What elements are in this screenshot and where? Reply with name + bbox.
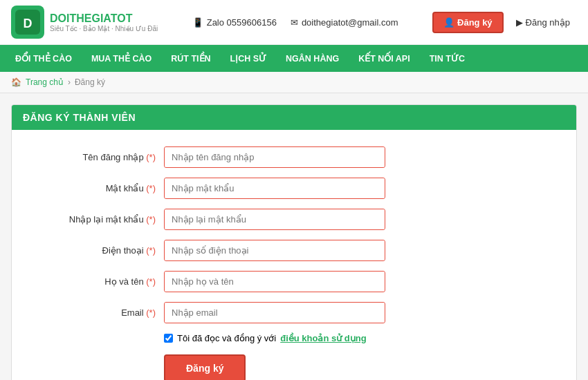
nav-doi-the-cao[interactable]: ĐỔI THẺ CÀO [6, 45, 82, 72]
svg-text:D: D [24, 17, 33, 30]
user-add-icon: 👤 [443, 17, 454, 28]
email-contact: doithegiatot@gmail.com [291, 17, 398, 28]
navbar: ĐỔI THẺ CÀO MUA THẺ CÀO RÚT TIỀN LỊCH SỬ… [0, 45, 588, 72]
submit-button[interactable]: Đăng ký [164, 354, 246, 380]
zalo-contact: Zalo 0559606156 [192, 17, 277, 28]
password-label: Mật khẩu (*) [26, 183, 164, 193]
username-input[interactable] [165, 147, 385, 167]
form-title: ĐĂNG KÝ THÀNH VIÊN [23, 112, 136, 123]
header-actions: 👤 Đăng ký ▶ Đăng nhập [432, 12, 577, 33]
submit-label: Đăng ký [186, 363, 223, 374]
password-input-wrapper [164, 178, 385, 199]
register-label: Đăng ký [457, 17, 493, 28]
logo-title: DOITHEGIATOT [50, 12, 158, 25]
login-button[interactable]: ▶ Đăng nhập [509, 13, 577, 32]
username-label: Tên đăng nhập (*) [26, 152, 164, 162]
email-input-wrapper [164, 302, 385, 323]
register-button[interactable]: 👤 Đăng ký [432, 12, 504, 33]
breadcrumb-current: Đăng ký [75, 77, 105, 87]
logo-icon: D [11, 6, 44, 39]
breadcrumb: 🏠 Trang chủ › Đăng ký [0, 72, 588, 93]
password-input[interactable] [165, 178, 385, 198]
nav-ket-noi-api[interactable]: KẾT NỐI API [349, 45, 419, 72]
nav-ngan-hang[interactable]: NGÂN HÀNG [276, 46, 349, 72]
username-input-wrapper [164, 146, 385, 168]
email-label: Email (*) [26, 307, 164, 318]
fullname-input-wrapper [164, 271, 385, 292]
email-input[interactable] [165, 303, 385, 323]
form-card-header: ĐĂNG KÝ THÀNH VIÊN [12, 105, 576, 130]
breadcrumb-home[interactable]: Trang chủ [26, 77, 64, 87]
phone-icon [192, 17, 203, 28]
logo-subtitle: Siêu Tốc · Bảo Mật · Nhiều Ưu Đãi [50, 25, 158, 32]
repassword-row: Nhập lại mật khẩu (*) [26, 209, 562, 230]
fullname-row: Họ và tên (*) [26, 271, 562, 292]
terms-text: Tôi đã đọc và đồng ý với [177, 333, 276, 343]
logo-area: D DOITHEGIATOT Siêu Tốc · Bảo Mật · Nhiề… [11, 6, 158, 39]
repassword-input[interactable] [165, 209, 385, 229]
login-label: Đăng nhập [526, 17, 570, 28]
password-row: Mật khẩu (*) [26, 178, 562, 199]
logo-text: DOITHEGIATOT Siêu Tốc · Bảo Mật · Nhiều … [50, 12, 158, 32]
email-row: Email (*) [26, 302, 562, 323]
home-icon: 🏠 [11, 77, 21, 87]
repassword-input-wrapper [164, 209, 385, 230]
main-content: ĐĂNG KÝ THÀNH VIÊN Tên đăng nhập (*) Mật… [0, 93, 588, 380]
form-card-body: Tên đăng nhập (*) Mật khẩu (*) [12, 130, 576, 380]
registration-card: ĐĂNG KÝ THÀNH VIÊN Tên đăng nhập (*) Mật… [11, 104, 577, 380]
header-contact: Zalo 0559606156 doithegiatot@gmail.com [192, 17, 398, 28]
nav-lich-su[interactable]: LỊCH SỬ [221, 45, 277, 72]
terms-checkbox[interactable] [164, 334, 173, 343]
username-row: Tên đăng nhập (*) [26, 146, 562, 168]
phone-label: Điện thoại (*) [26, 245, 164, 256]
arrow-right-icon: ▶ [516, 17, 523, 28]
zalo-label: Zalo 0559606156 [207, 17, 277, 28]
repassword-label: Nhập lại mật khẩu (*) [26, 214, 164, 225]
nav-rut-tien[interactable]: RÚT TIỀN [161, 45, 220, 72]
phone-input-wrapper [164, 240, 385, 261]
phone-input[interactable] [165, 240, 385, 260]
email-icon [291, 17, 298, 28]
nav-mua-the-cao[interactable]: MUA THẺ CÀO [82, 45, 161, 72]
terms-row: Tôi đã đọc và đồng ý với điều khoản sử d… [164, 333, 562, 343]
phone-row: Điện thoại (*) [26, 240, 562, 261]
nav-tin-tuc[interactable]: TIN TỨC [420, 45, 475, 72]
header: D DOITHEGIATOT Siêu Tốc · Bảo Mật · Nhiề… [0, 0, 588, 45]
fullname-input[interactable] [165, 272, 385, 292]
email-label: doithegiatot@gmail.com [302, 17, 398, 28]
fullname-label: Họ và tên (*) [26, 276, 164, 287]
terms-link[interactable]: điều khoản sử dụng [280, 333, 366, 343]
breadcrumb-separator: › [68, 77, 71, 87]
